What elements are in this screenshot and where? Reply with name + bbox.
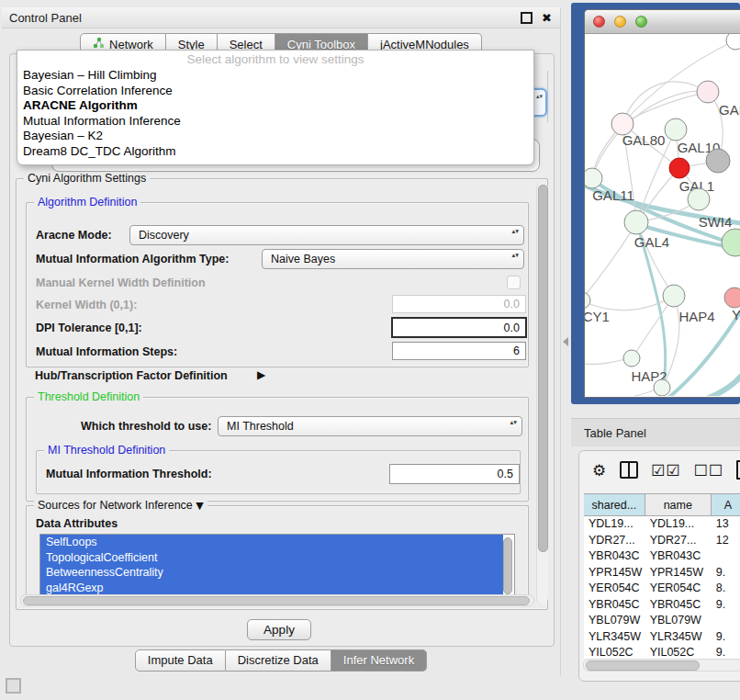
manual-kernel-label: Manual Kernel Width Definition [36,277,206,289]
sources-group: Sources for Network Inference ▼ Data Att… [26,505,529,598]
dpi-tolerance-input[interactable]: 0.0 [391,317,527,338]
table-row[interactable]: YLR345WYLR345W9. [584,629,740,646]
mi-threshold-input[interactable]: 0.5 [389,464,520,484]
algorithm-option-aracne-algorithm[interactable]: ARACNE Algorithm [17,98,533,114]
data-attributes-list[interactable]: SelfLoopsTopologicalCoefficientBetweenne… [39,534,515,598]
gear-icon[interactable]: ⚙ [592,461,607,480]
table-row[interactable]: YBR043CYBR043C [584,548,740,565]
network-canvas[interactable]: GALGAL80GAL10GAL1GAL11SWI4GAL4GCY1HAP4YH… [585,34,740,396]
table-header-row: shared...nameA [584,493,740,516]
table-hscrollbar-track[interactable] [583,659,740,672]
settings-hscrollbar-thumb[interactable] [23,596,530,605]
unchecked-columns-icon[interactable]: ☐☐ [694,461,723,480]
table-row[interactable]: YIL052CYIL052C9. [584,645,740,659]
table-cell: 9. [712,597,740,614]
checked-columns-icon[interactable]: ☑☑ [651,461,680,480]
network-node-gal11[interactable] [585,168,602,188]
mi-threshold-definition-group: MI Threshold Definition Mutual Informati… [36,450,521,494]
close-traffic-light-icon[interactable] [593,16,605,28]
minimize-traffic-light-icon[interactable] [614,16,626,28]
which-threshold-select[interactable]: MI Threshold ▴▾ [218,416,522,436]
table-cell: YBL079W [584,613,645,629]
network-edge [622,82,708,124]
table-cell: 9. [712,629,740,646]
table-cell: YDR27... [645,533,712,549]
split-pane-grip[interactable] [563,337,568,346]
application-window: Control Panel ✖ NetworkStyleSelectCyni T… [0,0,740,700]
threshold-definition-group: Threshold Definition Which threshold to … [26,397,529,502]
combo-arrows-icon: ▴▾ [511,252,519,259]
bottom-tabs: Impute DataDiscretize DataInfer Network [2,649,560,672]
algorithm-option-bayesian-hill-climbing[interactable]: Bayesian – Hill Climbing [17,68,533,84]
network-window[interactable]: GALGAL80GAL10GAL1GAL11SWI4GAL4GCY1HAP4YH… [584,9,740,398]
column-header-name[interactable]: name [645,494,712,515]
mi-algorithm-type-select[interactable]: Naive Bayes ▴▾ [262,249,524,269]
mi-type-value: Naive Bayes [271,253,335,265]
attribute-item-betweennesscentrality[interactable]: BetweennessCentrality [40,565,503,581]
column-header-shared[interactable]: shared... [584,494,645,515]
algorithm-option-bayesian-k2[interactable]: Bayesian – K2 [17,129,533,144]
network-node[interactable] [722,229,740,256]
tab-impute-data[interactable]: Impute Data [135,649,226,672]
network-node-hap4[interactable] [663,285,685,307]
manual-kernel-checkbox[interactable] [507,276,521,289]
network-node-hap2[interactable] [623,350,640,367]
network-node[interactable] [706,149,730,173]
close-icon[interactable]: ✖ [542,14,552,22]
network-window-titlebar [585,10,740,34]
split-view-icon[interactable] [620,461,638,479]
settings-scrollbar-thumb[interactable] [538,185,548,552]
algorithm-option-mutual-information-inference[interactable]: Mutual Information Inference [17,114,533,130]
network-node-gal[interactable] [697,81,719,103]
table-cell: 12 [712,533,740,549]
attribute-item-gal4rgexp[interactable]: gal4RGexp [40,581,503,596]
expander-down-icon[interactable]: ▼ [196,500,203,512]
kernel-width-input[interactable]: 0.0 [392,295,526,313]
algorithm-option-basic-correlation-inference[interactable]: Basic Correlation Inference [17,84,533,99]
document-icon[interactable] [736,460,740,480]
table-row[interactable]: YDR27...YDR27...12 [584,533,740,549]
table-cell: 8. [712,581,740,597]
settings-scrollbar-track[interactable] [536,183,548,604]
apply-button[interactable]: Apply [247,619,311,640]
network-node-gcy1[interactable] [585,292,590,309]
table-row[interactable]: YBL079WYBL079W [584,613,740,629]
table-row[interactable]: YER054CYER054C8. [584,581,740,597]
table-toolbar: ⚙☑☑☐☐ [592,460,740,480]
float-window-icon[interactable] [521,12,533,24]
table-cell: YBL079W [645,613,712,629]
table-panel-title: Table Panel [571,426,646,440]
network-node-gal10[interactable] [665,119,687,141]
which-threshold-label: Which threshold to use: [81,420,211,433]
table-row[interactable]: YPR145WYPR145W9. [584,565,740,581]
panel-title: Control Panel [2,11,521,25]
expander-right-icon[interactable]: ▶ [257,368,265,381]
table-cell: YPR145W [645,565,712,581]
tab-infer-network[interactable]: Infer Network [331,649,427,672]
node-label: HAP4 [678,309,714,324]
network-node-gal1[interactable] [669,158,690,178]
table-cell: YDL19... [645,516,712,533]
table-hscrollbar-thumb[interactable] [586,660,700,671]
column-header-a[interactable]: A [712,494,740,515]
tab-discretize-data[interactable]: Discretize Data [226,649,331,672]
aracne-mode-select[interactable]: Discovery ▴▾ [129,225,524,245]
table-row[interactable]: YBR045CYBR045C9. [584,597,740,614]
hidden-groupbox-edge [547,71,548,122]
network-node-y[interactable] [724,288,740,308]
table-row[interactable]: YDL19...YDL19...13 [584,516,740,533]
attribute-item-selfloops[interactable]: SelfLoops [40,535,503,550]
network-node-gal4[interactable] [624,210,648,234]
dropdown-prompt: Select algorithm to view settings [17,51,533,68]
algorithm-option-dream8-dc-tdc-algorithm[interactable]: Dream8 DC_TDC Algorithm [17,144,533,160]
network-node[interactable] [726,34,740,50]
zoom-traffic-light-icon[interactable] [635,16,647,28]
sources-title: Sources for Network Inference [38,499,193,512]
mi-steps-input[interactable]: 6 [392,342,526,360]
list-scrollbar-thumb[interactable] [503,537,512,594]
tab-label: Impute Data [148,653,213,667]
settings-hscrollbar-track[interactable] [20,594,534,606]
attribute-item-topologicalcoefficient[interactable]: TopologicalCoefficient [40,550,503,566]
network-node[interactable] [654,379,670,396]
network-node-swi4[interactable] [688,188,710,210]
